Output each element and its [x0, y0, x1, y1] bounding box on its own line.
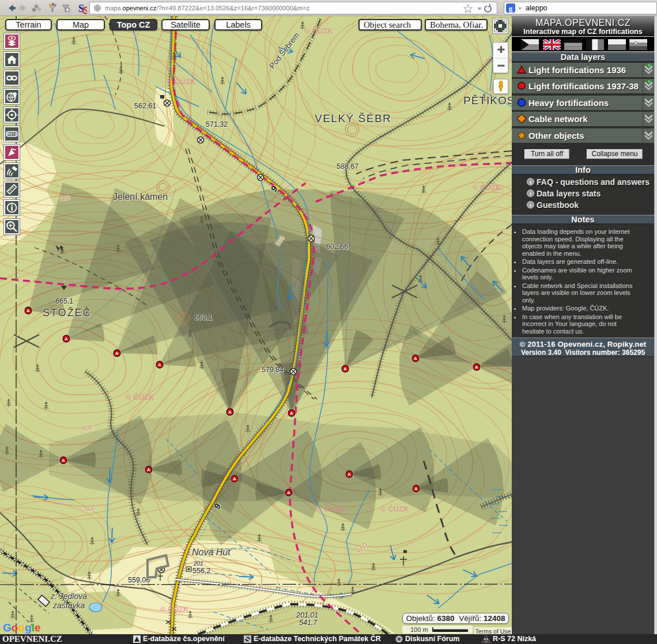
svg-text:g: g — [509, 4, 513, 13]
svg-text:© ČÚZK: © ČÚZK — [473, 183, 501, 192]
svg-text:A: A — [287, 490, 290, 495]
svg-text:A: A — [62, 458, 65, 463]
svg-text:zastávka: zastávka — [52, 601, 85, 610]
svg-text:Nová Huť: Nová Huť — [192, 547, 232, 557]
svg-text:625: 625 — [59, 194, 70, 202]
svg-text:A: A — [228, 410, 232, 415]
svg-text:A: A — [233, 476, 236, 482]
svg-text:© ČÚZK: © ČÚZK — [304, 26, 333, 35]
svg-text:A: A — [475, 365, 478, 370]
svg-text:PĚTIKOST: PĚTIKOST — [463, 94, 512, 107]
svg-text:A: A — [348, 472, 351, 477]
svg-text:602,66: 602,66 — [326, 243, 348, 251]
svg-text:STOŽEC: STOŽEC — [43, 307, 92, 319]
svg-text:201,01: 201,01 — [296, 611, 318, 619]
svg-text:A: A — [290, 411, 293, 416]
svg-text:665,1: 665,1 — [55, 297, 73, 305]
svg-text:588,67: 588,67 — [337, 162, 358, 171]
svg-text:72: 72 — [485, 640, 488, 643]
svg-text:© ČÚZK: © ČÚZK — [167, 77, 196, 86]
svg-text:A: A — [27, 308, 30, 313]
svg-text:z. Jedlová: z. Jedlová — [50, 592, 87, 601]
svg-text:579,84: 579,84 — [262, 366, 284, 374]
svg-text:© ČÚZK: © ČÚZK — [380, 505, 409, 513]
svg-text:600: 600 — [85, 505, 96, 513]
svg-text:541,7: 541,7 — [299, 619, 318, 627]
svg-text:© ČÚZK: © ČÚZK — [316, 505, 345, 513]
svg-text:VELKÝ ŠÉBR: VELKÝ ŠÉBR — [315, 112, 391, 124]
svg-text:A: A — [414, 356, 417, 361]
svg-text:A: A — [343, 366, 347, 372]
svg-text:© ČÚZK: © ČÚZK — [160, 605, 189, 613]
svg-text:556,2: 556,2 — [192, 567, 210, 575]
svg-text:201: 201 — [193, 560, 203, 567]
svg-text:© ČÚZK: © ČÚZK — [126, 393, 154, 401]
svg-text:A: A — [115, 351, 119, 356]
svg-text:RS72: RS72 — [7, 132, 17, 136]
svg-text:A: A — [158, 362, 161, 368]
svg-text:571,32: 571,32 — [206, 120, 228, 128]
svg-text:A: A — [147, 467, 150, 472]
svg-text:Jelení kámen: Jelení kámen — [113, 192, 168, 202]
svg-text:A: A — [414, 486, 418, 491]
svg-text:562,61: 562,61 — [134, 102, 156, 110]
svg-text:663,1: 663,1 — [194, 313, 212, 321]
svg-text:A: A — [65, 336, 68, 342]
svg-text:559,06: 559,06 — [128, 576, 150, 584]
